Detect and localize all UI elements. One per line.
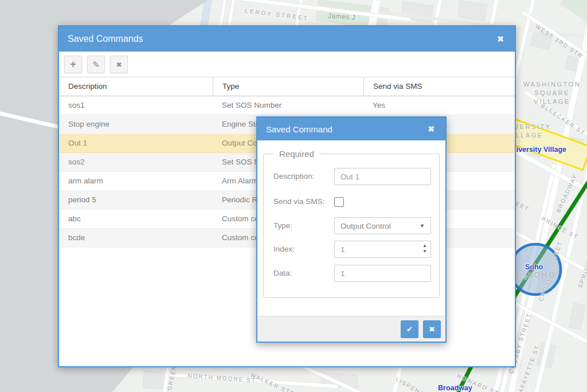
close-icon[interactable]: ✖ bbox=[424, 117, 439, 140]
area-label-soho: SOHO bbox=[527, 271, 556, 279]
area-label-washington-square-village: WASHINGTON SQUARE VILLAGE bbox=[515, 80, 587, 106]
column-header-description[interactable]: Description bbox=[59, 77, 213, 96]
column-header-sms[interactable]: Send via SMS bbox=[363, 77, 515, 96]
required-legend: Required bbox=[274, 149, 319, 159]
x-icon: ✖ bbox=[116, 61, 122, 69]
cell-description: Stop engine bbox=[59, 115, 213, 134]
saved-commands-titlebar: Saved Commands ✖ bbox=[59, 26, 515, 52]
delete-command-button[interactable]: ✖ bbox=[110, 56, 128, 73]
saved-command-dialog: Saved Command ✖ Required Description: Se… bbox=[256, 116, 447, 343]
index-spinner[interactable]: ▲ ▼ bbox=[422, 243, 427, 254]
dialog-footer: ✔ ✖ bbox=[257, 316, 445, 342]
poi-label-soho: Soho bbox=[525, 263, 543, 271]
edit-command-button[interactable]: ✎ bbox=[87, 56, 105, 73]
spin-up-icon[interactable]: ▲ bbox=[422, 243, 427, 249]
pencil-icon: ✎ bbox=[92, 60, 100, 70]
saved-command-titlebar: Saved Command ✖ bbox=[257, 117, 445, 140]
sms-checkbox[interactable] bbox=[334, 197, 344, 207]
cell-description: Out 1 bbox=[59, 134, 213, 152]
check-icon: ✔ bbox=[406, 325, 413, 334]
area-label-line: WASHINGTON bbox=[515, 80, 587, 89]
window-title: Saved Commands bbox=[59, 34, 143, 44]
close-icon[interactable]: ✖ bbox=[493, 26, 508, 52]
table-row[interactable]: sos1 Set SOS Number Yes bbox=[59, 96, 515, 115]
cell-sms: Yes bbox=[363, 96, 515, 115]
add-command-button[interactable]: + bbox=[64, 56, 82, 73]
commands-table-header: Description Type Send via SMS bbox=[59, 77, 515, 96]
plus-icon: + bbox=[70, 58, 76, 70]
data-label: Data: bbox=[273, 265, 292, 282]
cell-description: bcde bbox=[59, 229, 213, 247]
index-label: Index: bbox=[273, 241, 295, 258]
type-row: Type: Output Control ▼ bbox=[264, 217, 439, 234]
area-label-line: VILLAGE bbox=[515, 97, 587, 106]
data-row: Data: bbox=[264, 265, 439, 282]
required-fieldset: Required Description: Send via SMS: Type… bbox=[263, 149, 440, 298]
cell-description: arm alarm bbox=[59, 172, 213, 190]
index-row: Index: ▲ ▼ bbox=[264, 241, 439, 258]
confirm-button[interactable]: ✔ bbox=[401, 320, 418, 338]
description-label: Description: bbox=[273, 168, 314, 185]
cell-description: sos1 bbox=[59, 96, 213, 115]
type-dropdown-value: Output Control bbox=[341, 222, 420, 230]
column-header-type[interactable]: Type bbox=[213, 77, 363, 96]
chevron-down-icon: ▼ bbox=[420, 223, 425, 229]
description-row: Description: bbox=[264, 168, 439, 185]
cell-description: period 5 bbox=[59, 191, 213, 209]
index-input[interactable] bbox=[334, 241, 431, 258]
cell-description: sos2 bbox=[59, 153, 213, 171]
cell-type: Set SOS Number bbox=[213, 96, 363, 115]
cancel-button[interactable]: ✖ bbox=[423, 320, 441, 338]
commands-toolbar: + ✎ ✖ bbox=[59, 52, 515, 77]
sms-row: Send via SMS: bbox=[264, 193, 439, 210]
dialog-title: Saved Command bbox=[257, 124, 332, 134]
dialog-body: Required Description: Send via SMS: Type… bbox=[257, 140, 445, 316]
poi-label-broadway: Broadway bbox=[438, 384, 472, 392]
cell-description: abc bbox=[59, 210, 213, 228]
type-dropdown[interactable]: Output Control ▼ bbox=[334, 217, 431, 234]
sms-label: Send via SMS: bbox=[273, 193, 324, 210]
type-label: Type: bbox=[273, 217, 292, 234]
area-label-line: SQUARE bbox=[515, 89, 587, 97]
description-input[interactable] bbox=[334, 168, 431, 185]
spin-down-icon[interactable]: ▼ bbox=[422, 249, 427, 254]
x-icon: ✖ bbox=[429, 325, 435, 334]
screen: LEROY STREET James J WEST 3RD STR BLEECK… bbox=[0, 0, 587, 392]
data-input[interactable] bbox=[334, 265, 431, 282]
